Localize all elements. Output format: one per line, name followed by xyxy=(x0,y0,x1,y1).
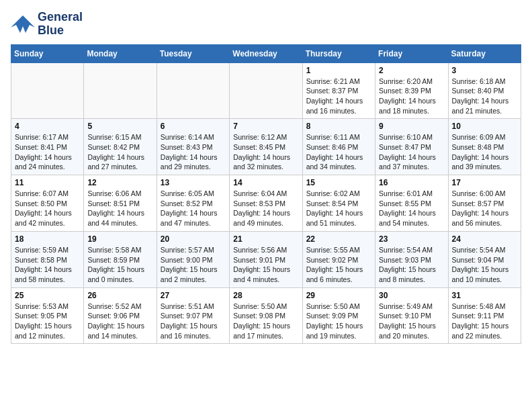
day-number: 3 xyxy=(452,66,517,75)
logo: General Blue xyxy=(11,11,83,38)
calendar-cell: 5Sunrise: 6:15 AM Sunset: 8:42 PM Daylig… xyxy=(84,119,157,175)
calendar-week-row: 4Sunrise: 6:17 AM Sunset: 8:41 PM Daylig… xyxy=(11,119,521,175)
logo-icon xyxy=(11,14,35,34)
calendar-cell: 4Sunrise: 6:17 AM Sunset: 8:41 PM Daylig… xyxy=(11,119,84,175)
day-info: Sunrise: 6:06 AM Sunset: 8:51 PM Dayligh… xyxy=(87,189,152,228)
day-number: 15 xyxy=(306,178,371,187)
column-header-friday: Friday xyxy=(375,44,448,62)
day-info: Sunrise: 6:09 AM Sunset: 8:48 PM Dayligh… xyxy=(452,132,517,172)
day-number: 13 xyxy=(161,178,226,187)
day-info: Sunrise: 6:04 AM Sunset: 8:53 PM Dayligh… xyxy=(233,189,298,228)
day-info: Sunrise: 6:14 AM Sunset: 8:43 PM Dayligh… xyxy=(161,132,226,172)
column-header-sunday: Sunday xyxy=(11,44,84,62)
day-number: 27 xyxy=(161,291,226,300)
day-info: Sunrise: 6:15 AM Sunset: 8:42 PM Dayligh… xyxy=(87,132,152,172)
calendar-cell: 10Sunrise: 6:09 AM Sunset: 8:48 PM Dayli… xyxy=(448,119,521,175)
page-header: General Blue xyxy=(11,11,521,38)
day-number: 5 xyxy=(87,122,152,131)
day-info: Sunrise: 6:05 AM Sunset: 8:52 PM Dayligh… xyxy=(161,189,226,228)
day-number: 9 xyxy=(379,122,444,131)
day-info: Sunrise: 6:20 AM Sunset: 8:39 PM Dayligh… xyxy=(379,77,444,116)
calendar-cell xyxy=(230,62,302,119)
day-number: 19 xyxy=(87,234,152,244)
day-info: Sunrise: 5:52 AM Sunset: 9:06 PM Dayligh… xyxy=(87,302,152,341)
calendar-cell: 6Sunrise: 6:14 AM Sunset: 8:43 PM Daylig… xyxy=(157,119,229,175)
day-number: 16 xyxy=(379,178,444,187)
calendar-cell: 21Sunrise: 5:56 AM Sunset: 9:01 PM Dayli… xyxy=(230,231,302,287)
day-info: Sunrise: 5:59 AM Sunset: 8:58 PM Dayligh… xyxy=(15,245,80,285)
calendar-week-row: 18Sunrise: 5:59 AM Sunset: 8:58 PM Dayli… xyxy=(11,231,521,287)
day-number: 28 xyxy=(233,291,298,300)
day-number: 30 xyxy=(379,291,444,300)
day-info: Sunrise: 5:53 AM Sunset: 9:05 PM Dayligh… xyxy=(15,302,80,341)
day-number: 26 xyxy=(87,291,152,300)
day-number: 7 xyxy=(233,122,298,131)
calendar-cell: 23Sunrise: 5:54 AM Sunset: 9:03 PM Dayli… xyxy=(375,231,448,287)
calendar-header-row: SundayMondayTuesdayWednesdayThursdayFrid… xyxy=(11,44,521,62)
calendar-cell xyxy=(157,62,229,119)
day-info: Sunrise: 6:00 AM Sunset: 8:57 PM Dayligh… xyxy=(452,189,517,228)
day-number: 20 xyxy=(161,234,226,244)
logo-text: General Blue xyxy=(38,11,83,38)
column-header-monday: Monday xyxy=(84,44,157,62)
day-info: Sunrise: 5:49 AM Sunset: 9:10 PM Dayligh… xyxy=(379,302,444,341)
day-number: 17 xyxy=(452,178,517,187)
day-number: 22 xyxy=(306,234,371,244)
day-info: Sunrise: 6:07 AM Sunset: 8:50 PM Dayligh… xyxy=(15,189,80,228)
calendar-cell xyxy=(11,62,84,119)
day-number: 1 xyxy=(306,66,371,75)
calendar-cell: 24Sunrise: 5:54 AM Sunset: 9:04 PM Dayli… xyxy=(448,231,521,287)
calendar-cell: 8Sunrise: 6:11 AM Sunset: 8:46 PM Daylig… xyxy=(302,119,375,175)
column-header-tuesday: Tuesday xyxy=(157,44,229,62)
day-info: Sunrise: 5:56 AM Sunset: 9:01 PM Dayligh… xyxy=(233,245,298,285)
day-info: Sunrise: 6:12 AM Sunset: 8:45 PM Dayligh… xyxy=(233,132,298,172)
calendar-week-row: 25Sunrise: 5:53 AM Sunset: 9:05 PM Dayli… xyxy=(11,287,521,344)
calendar-cell: 13Sunrise: 6:05 AM Sunset: 8:52 PM Dayli… xyxy=(157,175,229,232)
day-info: Sunrise: 6:18 AM Sunset: 8:40 PM Dayligh… xyxy=(452,77,517,116)
calendar-cell: 15Sunrise: 6:02 AM Sunset: 8:54 PM Dayli… xyxy=(302,175,375,232)
day-info: Sunrise: 5:55 AM Sunset: 9:02 PM Dayligh… xyxy=(306,245,371,285)
calendar-cell: 18Sunrise: 5:59 AM Sunset: 8:58 PM Dayli… xyxy=(11,231,84,287)
calendar-cell: 17Sunrise: 6:00 AM Sunset: 8:57 PM Dayli… xyxy=(448,175,521,232)
calendar-cell: 25Sunrise: 5:53 AM Sunset: 9:05 PM Dayli… xyxy=(11,287,84,344)
calendar-cell: 14Sunrise: 6:04 AM Sunset: 8:53 PM Dayli… xyxy=(230,175,302,232)
calendar-cell: 20Sunrise: 5:57 AM Sunset: 9:00 PM Dayli… xyxy=(157,231,229,287)
calendar-cell: 1Sunrise: 6:21 AM Sunset: 8:37 PM Daylig… xyxy=(302,62,375,119)
column-header-wednesday: Wednesday xyxy=(230,44,302,62)
calendar-cell: 12Sunrise: 6:06 AM Sunset: 8:51 PM Dayli… xyxy=(84,175,157,232)
day-info: Sunrise: 6:02 AM Sunset: 8:54 PM Dayligh… xyxy=(306,189,371,228)
day-number: 8 xyxy=(306,122,371,131)
calendar-cell: 28Sunrise: 5:50 AM Sunset: 9:08 PM Dayli… xyxy=(230,287,302,344)
calendar-cell: 30Sunrise: 5:49 AM Sunset: 9:10 PM Dayli… xyxy=(375,287,448,344)
calendar-cell: 11Sunrise: 6:07 AM Sunset: 8:50 PM Dayli… xyxy=(11,175,84,232)
column-header-saturday: Saturday xyxy=(448,44,521,62)
calendar-cell: 2Sunrise: 6:20 AM Sunset: 8:39 PM Daylig… xyxy=(375,62,448,119)
day-info: Sunrise: 6:01 AM Sunset: 8:55 PM Dayligh… xyxy=(379,189,444,228)
day-number: 12 xyxy=(87,178,152,187)
day-info: Sunrise: 5:48 AM Sunset: 9:11 PM Dayligh… xyxy=(452,302,517,341)
day-info: Sunrise: 5:54 AM Sunset: 9:03 PM Dayligh… xyxy=(379,245,444,285)
calendar-cell: 26Sunrise: 5:52 AM Sunset: 9:06 PM Dayli… xyxy=(84,287,157,344)
calendar-cell: 27Sunrise: 5:51 AM Sunset: 9:07 PM Dayli… xyxy=(157,287,229,344)
day-number: 18 xyxy=(15,234,80,244)
column-header-thursday: Thursday xyxy=(302,44,375,62)
day-number: 6 xyxy=(161,122,226,131)
day-number: 14 xyxy=(233,178,298,187)
day-number: 4 xyxy=(15,122,80,131)
day-number: 31 xyxy=(452,291,517,300)
day-info: Sunrise: 5:57 AM Sunset: 9:00 PM Dayligh… xyxy=(161,245,226,285)
day-number: 21 xyxy=(233,234,298,244)
calendar-cell: 29Sunrise: 5:50 AM Sunset: 9:09 PM Dayli… xyxy=(302,287,375,344)
day-info: Sunrise: 5:50 AM Sunset: 9:08 PM Dayligh… xyxy=(233,302,298,341)
day-number: 2 xyxy=(379,66,444,75)
day-info: Sunrise: 6:10 AM Sunset: 8:47 PM Dayligh… xyxy=(379,132,444,172)
day-info: Sunrise: 6:17 AM Sunset: 8:41 PM Dayligh… xyxy=(15,132,80,172)
calendar-cell: 7Sunrise: 6:12 AM Sunset: 8:45 PM Daylig… xyxy=(230,119,302,175)
day-number: 23 xyxy=(379,234,444,244)
calendar-cell xyxy=(84,62,157,119)
day-info: Sunrise: 6:11 AM Sunset: 8:46 PM Dayligh… xyxy=(306,132,371,172)
day-info: Sunrise: 5:50 AM Sunset: 9:09 PM Dayligh… xyxy=(306,302,371,341)
day-info: Sunrise: 6:21 AM Sunset: 8:37 PM Dayligh… xyxy=(306,77,371,116)
svg-marker-0 xyxy=(11,15,35,33)
day-info: Sunrise: 5:54 AM Sunset: 9:04 PM Dayligh… xyxy=(452,245,517,285)
